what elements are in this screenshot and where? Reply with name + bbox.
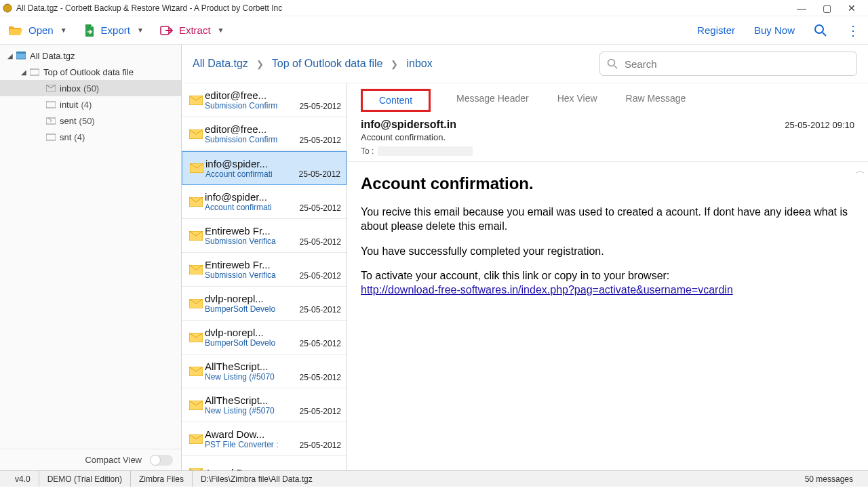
scroll-up-icon[interactable]: ︿ (856, 165, 865, 177)
message-item[interactable]: AllTheScript...New Listing (#507025-05-2… (182, 354, 347, 388)
envelope-icon (187, 299, 205, 308)
body-paragraph: You recive this email because you email … (361, 205, 854, 234)
message-item[interactable]: dvlp-norepl...BumperSoft Develo25-05-201… (182, 287, 347, 321)
tree-item-inbox[interactable]: inbox (50) (0, 80, 181, 96)
open-label: Open (28, 24, 54, 36)
folder-icon (28, 68, 41, 76)
folder-icon (45, 101, 57, 108)
tree-label: snt (60, 132, 71, 142)
message-item[interactable]: editor@free...Submission Confirm25-05-20… (182, 117, 347, 151)
message-subject: New Listing (#5070 (205, 372, 294, 382)
twisty-icon[interactable]: ◢ (19, 68, 28, 76)
search-icon[interactable] (814, 24, 827, 37)
extract-label: Extract (179, 24, 211, 36)
message-item[interactable]: AllTheScript...New Listing (#507025-05-2… (182, 388, 347, 422)
envelope-icon (187, 333, 205, 342)
message-from: dvlp-norepl... (205, 327, 294, 338)
compact-view-toggle[interactable] (150, 455, 173, 466)
message-body: ︿ Account confirmation. You recive this … (347, 162, 868, 321)
message-datetime: 25-05-2012 09:10 (785, 120, 854, 130)
buy-now-link[interactable]: Buy Now (754, 24, 795, 36)
to-value-redacted (378, 146, 473, 156)
svg-rect-4 (16, 52, 26, 54)
open-button[interactable]: Open ▼ (8, 24, 67, 37)
status-version: v4.0 (7, 471, 39, 487)
activation-link[interactable]: http://download-free-softwares.in/index.… (361, 284, 733, 296)
breadcrumb-item[interactable]: All Data.tgz (193, 58, 248, 70)
svg-rect-5 (30, 69, 39, 75)
tab-raw-message[interactable]: Raw Message (623, 89, 689, 112)
minimize-button[interactable]: — (797, 3, 806, 14)
envelope-icon (188, 163, 205, 173)
message-item[interactable]: dvlp-norepl...BumperSoft Develo25-05-201… (182, 321, 347, 354)
message-date: 25-05-2012 (294, 271, 341, 281)
message-item[interactable]: Entireweb Fr...Submission Verifica25-05-… (182, 219, 347, 253)
search-icon (607, 58, 618, 69)
tree-item-intuit[interactable]: intuit (4) (0, 96, 181, 113)
envelope-icon (187, 231, 205, 241)
message-from: editor@free... (205, 123, 294, 135)
archive-icon (15, 52, 27, 60)
message-from: Entireweb Fr... (205, 225, 294, 237)
kebab-menu-icon[interactable]: ⋮ (846, 22, 860, 39)
chevron-right-icon: ❯ (391, 59, 398, 69)
svg-rect-7 (46, 102, 56, 108)
folder-open-icon (8, 24, 23, 37)
tree-count: (4) (74, 132, 85, 142)
message-list[interactable]: editor@free...Submission Confirm25-05-20… (182, 83, 347, 470)
toolbar: Open ▼ Export ▼ Extract ▼ Register Buy N… (0, 16, 868, 45)
search-box[interactable] (599, 52, 857, 76)
envelope-icon (187, 96, 205, 105)
svg-rect-9 (46, 134, 56, 140)
message-date: 25-05-2012 (294, 203, 341, 213)
tree-item-snt[interactable]: snt (4) (0, 129, 181, 145)
tab-content[interactable]: Content (361, 89, 431, 112)
preview-tabs: Content Message Header Hex View Raw Mess… (347, 83, 868, 112)
export-button[interactable]: Export ▼ (83, 24, 144, 37)
envelope-icon (45, 85, 57, 92)
message-item[interactable]: Award Dow... (182, 456, 347, 470)
message-date: 25-05-2012 (294, 237, 341, 247)
message-item[interactable]: editor@free...Submission Confirm25-05-20… (182, 83, 347, 117)
envelope-icon (187, 129, 205, 139)
body-text: To activate your account, clik this link… (361, 270, 669, 281)
message-from: Entireweb Fr... (205, 259, 294, 270)
message-subject: New Listing (#5070 (205, 406, 294, 415)
tree-item-sent[interactable]: sent (50) (0, 113, 181, 129)
tree-label: Top of Outlook data file (43, 67, 134, 77)
tree-outlook[interactable]: ◢ Top of Outlook data file (0, 64, 181, 80)
tree-root[interactable]: ◢ All Data.tgz (0, 47, 181, 64)
register-link[interactable]: Register (697, 24, 735, 36)
compact-view-row: Compact View (0, 449, 181, 470)
to-label: To : (361, 146, 374, 156)
message-item[interactable]: info@spider...Account confirmati25-05-20… (182, 151, 347, 185)
envelope-icon (187, 401, 205, 410)
envelope-icon (187, 367, 205, 376)
chevron-down-icon: ▼ (218, 26, 224, 34)
message-item[interactable]: Entireweb Fr...Submission Verifica25-05-… (182, 253, 347, 287)
maximize-button[interactable]: ▢ (823, 3, 831, 14)
tree-label: All Data.tgz (30, 51, 75, 61)
breadcrumb-item[interactable]: inbox (406, 58, 432, 70)
message-item[interactable]: info@spider...Account confirmati25-05-20… (182, 185, 347, 219)
extract-button[interactable]: Extract ▼ (160, 24, 224, 37)
message-date: 25-05-2012 (294, 102, 341, 111)
tree-label: sent (60, 116, 77, 126)
message-from: editor@free... (205, 89, 294, 101)
search-input[interactable] (625, 58, 850, 70)
sidebar: ◢ All Data.tgz ◢ Top of Outlook data fil… (0, 45, 182, 470)
folder-icon (45, 134, 57, 141)
message-subject: Account confirmation. (361, 132, 854, 142)
twisty-icon[interactable]: ◢ (5, 52, 15, 60)
close-button[interactable]: ✕ (848, 3, 856, 14)
chevron-right-icon: ❯ (256, 59, 264, 69)
extract-icon (160, 24, 174, 37)
message-from: Award Dow... (205, 428, 294, 440)
tab-message-header[interactable]: Message Header (454, 89, 532, 112)
chevron-down-icon: ▼ (137, 26, 144, 34)
tree-count: (50) (83, 83, 99, 94)
tab-hex-view[interactable]: Hex View (555, 89, 600, 112)
breadcrumb-item[interactable]: Top of Outlook data file (272, 58, 383, 70)
message-item[interactable]: Award Dow...PST File Converter :25-05-20… (182, 422, 347, 456)
envelope-icon (187, 197, 205, 207)
